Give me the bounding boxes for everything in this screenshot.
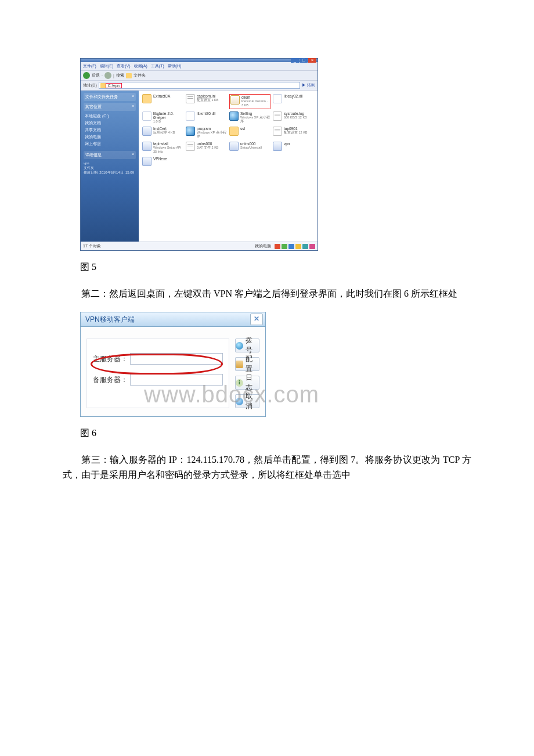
file-item[interactable]: clientPersonal Informa... 3 KB (229, 94, 270, 109)
exe-icon (142, 142, 151, 151)
globe-icon (229, 111, 239, 121)
paragraph-2: 第二：然后返回桌面，左键双击 VPN 客户端之后得到登录界面，此时我们在图 6 … (63, 286, 471, 301)
file-item[interactable]: libglade-2.0-0helper1.0 B (142, 111, 183, 124)
minimize-button[interactable]: _ (291, 58, 299, 63)
sidebar-panel-places[interactable]: 其它位置 » (84, 103, 136, 111)
menu-help[interactable]: 帮助(H) (168, 64, 182, 68)
detail-line: 修改日期: 2010年6月14日, 15:09 (84, 170, 136, 175)
dial-button[interactable]: 拨号 (235, 339, 259, 352)
file-item[interactable]: programWindows XP 点小程序 (186, 127, 227, 139)
sidebar-item[interactable]: 共享文档 (84, 127, 136, 134)
config-label: 配置 (246, 354, 259, 374)
back-icon[interactable] (83, 72, 90, 79)
file-name: Setting (240, 111, 270, 116)
sidebar-item[interactable]: 本地磁盘 (C:) (84, 113, 136, 120)
file-name: vpn (284, 142, 290, 146)
file-subtext: 应用程序 4 KB (153, 131, 175, 135)
go-button[interactable]: ▶ 转到 (302, 82, 315, 88)
back-label[interactable]: 后退 (92, 73, 100, 78)
address-label: 地址(D) (83, 82, 97, 88)
tray-icon[interactable] (302, 244, 308, 249)
file-subtext: Setup/Uninstall (240, 146, 262, 150)
file-item[interactable]: ExtractCA (142, 94, 183, 107)
file-item[interactable]: unins000DAT 文件 2 KB (186, 142, 227, 154)
vpn-client-window: VPN移动客户端 ✕ 主服务器： 备服务器： 拨号 配置 i日志 取消 (80, 312, 266, 417)
file-name: libxml20.dll (197, 111, 215, 116)
close-button[interactable]: × (308, 58, 316, 63)
address-path: C:\vpn (106, 83, 122, 88)
main-server-input[interactable] (130, 353, 223, 365)
file-item[interactable]: InstCert应用程序 4 KB (142, 127, 183, 139)
log-button[interactable]: i日志 (235, 376, 259, 390)
explorer-body: 文件和文件夹任务 » 其它位置 » 本地磁盘 (C:) 我的文档 共享文档 我的… (81, 91, 317, 242)
file-name: unins000 (240, 142, 262, 146)
exe-icon (229, 142, 239, 151)
search-button[interactable]: 搜索 (116, 73, 124, 78)
vpn-button-column: 拨号 配置 i日志 取消 (235, 339, 259, 408)
chevron-icon: » (132, 94, 134, 100)
tray-icon[interactable] (295, 244, 301, 249)
menu-file[interactable]: 文件(F) (83, 64, 96, 68)
sidebar-panel-tasks[interactable]: 文件和文件夹任务 » (84, 93, 136, 101)
menu-bar: 文件(F) 编辑(E) 查看(V) 收藏(A) 工具(T) 帮助(H) (81, 62, 317, 71)
file-subtext: DAT 文件 2 KB (197, 146, 218, 150)
detail-line: 文件夹 (84, 165, 136, 170)
file-name: unins000 (197, 142, 218, 146)
file-name: ssl (240, 127, 245, 131)
globe-icon (236, 342, 243, 350)
file-name: InstCert (153, 127, 175, 131)
file-subtext: Windows XP 点小程序 (197, 131, 227, 139)
tray-icon[interactable] (288, 244, 294, 249)
config-button[interactable]: 配置 (235, 357, 259, 371)
backup-server-input[interactable] (130, 374, 223, 386)
menu-view[interactable]: 查看(V) (117, 64, 130, 68)
go-label: 转到 (307, 83, 315, 87)
tray-icon[interactable] (309, 244, 315, 249)
tray-icon[interactable] (275, 244, 280, 249)
folders-button[interactable]: 文件夹 (134, 73, 146, 78)
file-item[interactable]: tapinstallWindows Setup API 35 Info (142, 142, 183, 154)
sidebar-item[interactable]: 我的文档 (84, 120, 136, 127)
file-name: program (197, 127, 227, 131)
file-item[interactable]: sysroute.log600 KB/S 12 KB (273, 111, 314, 124)
file-item[interactable]: SettingWindows XP 点小程序 (229, 111, 270, 124)
maximize-button[interactable]: □ (300, 58, 308, 63)
file-name: client (241, 95, 269, 99)
file-name: ExtractCA (153, 94, 170, 98)
file-subtext: 配置设置 1 KB (197, 98, 218, 102)
menu-edit[interactable]: 编辑(E) (100, 64, 113, 68)
folders-icon[interactable] (126, 73, 132, 78)
log-label: 日志 (246, 373, 259, 393)
cancel-label: 取消 (246, 391, 259, 411)
ini-icon (186, 94, 195, 103)
menu-fav[interactable]: 收藏(A) (134, 64, 147, 68)
chevron-icon: » (132, 152, 134, 158)
forward-icon[interactable] (104, 72, 111, 79)
main-server-label: 主服务器： (93, 354, 130, 364)
file-item[interactable]: ssl (229, 127, 270, 139)
sidebar-panel-details[interactable]: 详细信息 » (84, 151, 136, 159)
document-page: _ □ × 文件(F) 编辑(E) 查看(V) 收藏(A) 工具(T) 帮助(H… (0, 0, 534, 516)
tray-icon[interactable] (282, 244, 287, 249)
address-input[interactable]: C:\vpn (99, 82, 300, 89)
sidebar-item[interactable]: 网上邻居 (84, 141, 136, 147)
file-item[interactable]: tap0901配置设置 12 KB (273, 127, 314, 139)
file-item[interactable]: capicom.ini配置设置 1 KB (186, 94, 227, 107)
sidebar-item[interactable]: 我的电脑 (84, 134, 136, 141)
file-item[interactable]: libeay32.dll (273, 94, 314, 107)
cancel-button[interactable]: 取消 (235, 394, 259, 408)
vpn-title: VPN移动客户端 (85, 315, 135, 325)
file-item[interactable]: unins000Setup/Uninstall (229, 142, 270, 154)
backup-server-label: 备服务器： (93, 375, 130, 385)
file-name: VPNexe (153, 157, 167, 161)
file-item[interactable]: libxml20.dll (186, 111, 227, 124)
vpn-close-button[interactable]: ✕ (250, 314, 263, 325)
menu-tools[interactable]: 工具(T) (151, 64, 164, 68)
exe-icon (142, 157, 151, 166)
main-server-row: 主服务器： (93, 353, 223, 365)
paragraph-text: 第三：输入服务器的 IP：124.115.170.78，然后单击配置，得到图 7… (63, 455, 471, 480)
file-subtext: Windows XP 点小程序 (240, 116, 270, 124)
toolbar-sep2: | (113, 74, 114, 78)
file-item[interactable]: VPNexe (142, 157, 183, 170)
file-item[interactable]: vpn (273, 142, 314, 154)
